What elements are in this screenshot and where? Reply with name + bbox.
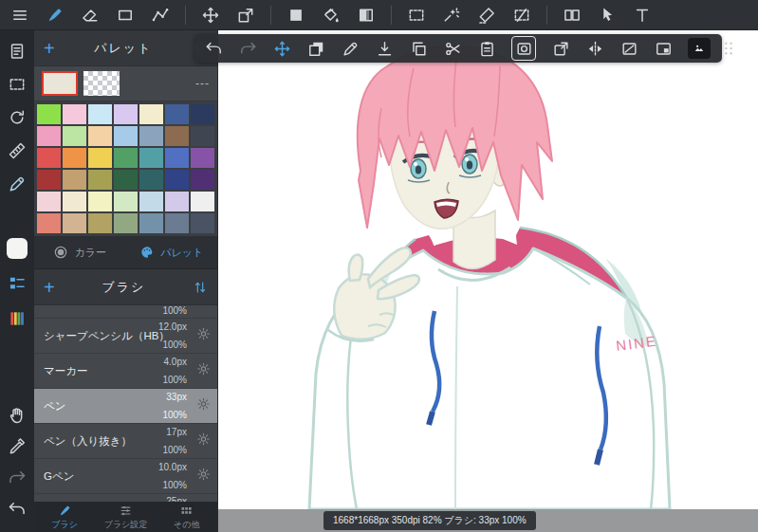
- palette-swatch[interactable]: [37, 192, 61, 211]
- foreground-color-swatch[interactable]: [286, 5, 306, 26]
- palette-swatch[interactable]: [139, 192, 163, 211]
- palette-swatch[interactable]: [165, 148, 189, 168]
- undo-icon[interactable]: [204, 39, 223, 58]
- palette-swatch[interactable]: [37, 126, 61, 146]
- brush-item[interactable]: 100%: [34, 305, 217, 319]
- palette-swatch[interactable]: [165, 126, 189, 146]
- palette-swatch[interactable]: [165, 213, 189, 233]
- palette-swatch[interactable]: [37, 170, 61, 190]
- layers-icon[interactable]: [6, 272, 28, 295]
- undo-icon[interactable]: [6, 498, 28, 521]
- brush-tool-icon[interactable]: [45, 5, 65, 26]
- export-icon[interactable]: [551, 39, 570, 58]
- duplicate-layer-icon[interactable]: [306, 39, 325, 58]
- shape-rect-tool-icon[interactable]: [115, 5, 136, 26]
- palette-swatch[interactable]: [37, 148, 61, 168]
- move-tool-icon[interactable]: [200, 5, 221, 26]
- palette-swatch[interactable]: [114, 148, 138, 168]
- pages-icon[interactable]: [6, 40, 28, 63]
- tab-palette[interactable]: パレット: [126, 236, 218, 268]
- palette-swatch[interactable]: [63, 148, 86, 168]
- palette-swatch[interactable]: [114, 192, 138, 211]
- bottom-tab-brush[interactable]: ブラシ: [34, 502, 95, 532]
- hand-tool-icon[interactable]: [6, 404, 28, 427]
- cut-icon[interactable]: [443, 39, 462, 58]
- clear-canvas-icon[interactable]: [619, 39, 638, 58]
- screen-capture-icon[interactable]: [511, 36, 536, 61]
- palette-swatch[interactable]: [114, 170, 138, 190]
- brush-settings-gear-icon[interactable]: [196, 327, 211, 345]
- flip-horizontal-icon[interactable]: [585, 39, 604, 58]
- palette-swatch[interactable]: [114, 104, 138, 124]
- brush-item[interactable]: Gペン10.0px100%: [34, 459, 217, 494]
- palette-swatch[interactable]: [37, 213, 61, 233]
- palette-swatch[interactable]: [88, 192, 112, 211]
- current-color-tile[interactable]: [6, 237, 28, 260]
- palette-swatch[interactable]: [165, 104, 189, 124]
- copy-icon[interactable]: [409, 39, 428, 58]
- palette-swatch[interactable]: [37, 104, 61, 124]
- palette-swatch[interactable]: [139, 213, 163, 233]
- palette-swatch[interactable]: [191, 104, 214, 124]
- pen-edit-icon[interactable]: [341, 39, 360, 58]
- brush-settings-gear-icon[interactable]: [196, 397, 211, 415]
- material-panel-button[interactable]: [688, 38, 711, 59]
- palette-swatch[interactable]: [88, 170, 112, 190]
- palette-swatch[interactable]: [114, 213, 138, 233]
- palette-swatch[interactable]: [139, 126, 163, 146]
- tab-color[interactable]: カラー: [34, 236, 126, 268]
- bucket-tool-icon[interactable]: [321, 5, 342, 26]
- eyedropper-icon[interactable]: [6, 435, 28, 458]
- add-brush-button[interactable]: +: [44, 278, 55, 297]
- palette-swatch[interactable]: [191, 170, 214, 190]
- palette-swatch[interactable]: [139, 170, 163, 190]
- canvas[interactable]: NINE: [218, 30, 758, 509]
- palette-swatch[interactable]: [191, 126, 214, 146]
- operation-tool-icon[interactable]: [597, 5, 618, 26]
- select-pen-tool-icon[interactable]: [476, 5, 497, 26]
- transform-tool-icon[interactable]: [235, 5, 256, 26]
- palette-swatch[interactable]: [63, 104, 86, 124]
- float-window-icon[interactable]: [654, 39, 673, 58]
- palette-swatch[interactable]: [165, 170, 189, 190]
- paste-icon[interactable]: [477, 39, 496, 58]
- toolbar-drag-handle[interactable]: [720, 39, 737, 58]
- transparent-swatch[interactable]: [83, 71, 120, 96]
- brush-item[interactable]: ペン33px100%: [34, 389, 217, 424]
- palette-swatch[interactable]: [63, 213, 86, 233]
- palette-swatch[interactable]: [63, 170, 86, 190]
- palette-swatch[interactable]: [88, 104, 112, 124]
- ruler-icon[interactable]: [6, 139, 28, 162]
- gradient-tool-icon[interactable]: [356, 5, 377, 26]
- palette-swatch[interactable]: [114, 126, 138, 146]
- pen-stabilizer-icon[interactable]: [6, 173, 28, 195]
- sort-brushes-button[interactable]: [193, 280, 208, 295]
- transform-select-icon[interactable]: [272, 39, 291, 58]
- palette-swatch[interactable]: [88, 148, 112, 168]
- add-palette-button[interactable]: +: [44, 39, 55, 58]
- palette-swatch[interactable]: [191, 192, 214, 211]
- rotate-view-icon[interactable]: [6, 106, 28, 129]
- menu-icon[interactable]: [9, 5, 30, 26]
- palette-swatch[interactable]: [63, 192, 86, 211]
- current-color-swatch[interactable]: [42, 71, 78, 96]
- magic-wand-tool-icon[interactable]: [441, 5, 462, 26]
- palette-swatch[interactable]: [139, 104, 163, 124]
- polyline-tool-icon[interactable]: [150, 5, 171, 26]
- divide-canvas-tool-icon[interactable]: [562, 5, 582, 26]
- bottom-tab-brush-settings[interactable]: ブラシ設定: [95, 502, 156, 532]
- palette-swatch[interactable]: [63, 126, 86, 146]
- brush-item[interactable]: 25px: [34, 494, 217, 502]
- palette-swatch[interactable]: [88, 126, 112, 146]
- palette-swatch[interactable]: [191, 148, 214, 168]
- eraser-tool-icon[interactable]: [80, 5, 101, 26]
- redo-icon[interactable]: [6, 467, 28, 489]
- palette-swatch[interactable]: [139, 148, 163, 168]
- text-tool-icon[interactable]: [632, 5, 653, 26]
- redo-icon[interactable]: [238, 39, 257, 58]
- brush-settings-gear-icon[interactable]: [196, 468, 211, 486]
- bottom-tab-others[interactable]: その他: [157, 502, 217, 532]
- selection-icon[interactable]: [6, 73, 28, 96]
- import-image-icon[interactable]: [375, 39, 394, 58]
- color-palette-icon[interactable]: [6, 307, 28, 330]
